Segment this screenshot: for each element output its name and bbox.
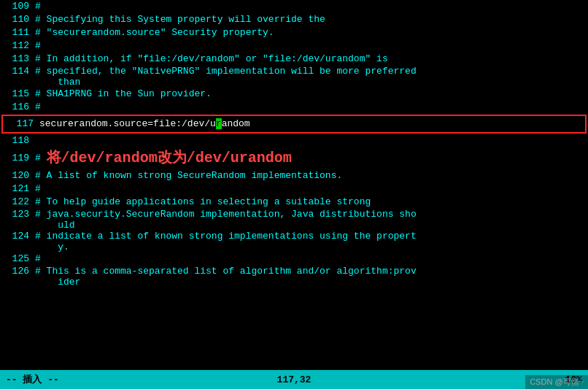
status-position: 117,32 (198, 374, 390, 385)
line-122: 122 # To help guide applications in sele… (0, 196, 588, 209)
line-content-125: # (35, 253, 585, 266)
line-116: 116 # (0, 101, 588, 114)
line-number-111: 111 (3, 26, 29, 39)
line-number-116: 116 (3, 101, 29, 114)
line-content-120: # A list of known strong SecureRandom im… (35, 169, 585, 182)
line-117: 117 securerandom.source=file:/dev/urando… (1, 115, 587, 134)
cursor: r (216, 118, 222, 129)
line-125: 125 # (0, 253, 588, 266)
line-content-121: # (35, 182, 585, 196)
line-111: 111 # "securerandom.source" Security pro… (0, 26, 588, 39)
line-number-115: 115 (3, 88, 29, 101)
line-content-116: # (35, 101, 585, 114)
line-119: 119 # 将/dev/random改为/dev/urandom (0, 147, 588, 169)
watermark: CSDN @可惜~ (525, 375, 588, 389)
line-110: 110 # Specifying this System property wi… (0, 13, 588, 26)
line-126: 126 # This is a comma-separated list of … (0, 266, 588, 288)
line-content-122: # To help guide applications in selectin… (35, 196, 585, 209)
line-number-126: 126 (3, 266, 29, 277)
line-number-119: 119 (3, 152, 29, 165)
line-115: 115 # SHA1PRNG in the Sun provider. (0, 88, 588, 101)
line-109: 109 # (0, 0, 588, 13)
line-content-110: # Specifying this System property will o… (35, 13, 585, 26)
statusbar: -- 插入 -- 117,32 10% (0, 370, 588, 389)
line-112: 112 # (0, 39, 588, 53)
line-120: 120 # A list of known strong SecureRando… (0, 169, 588, 182)
line-content-119: # 将/dev/random改为/dev/urandom (35, 152, 585, 165)
line-number-117: 117 (7, 117, 34, 131)
line-content-111: # "securerandom.source" Security propert… (35, 26, 585, 39)
line-content-117: securerandom.source=file:/dev/urandom (39, 117, 581, 131)
line-119-hash: # (35, 152, 47, 165)
line-number-110: 110 (3, 13, 29, 26)
line-content-112: # (35, 39, 585, 53)
line-number-109: 109 (3, 0, 29, 13)
line-number-118: 118 (3, 134, 29, 147)
line-number-121: 121 (3, 182, 29, 196)
line-number-124: 124 (3, 231, 29, 242)
line-content-124: # indicate a list of known strong implem… (35, 231, 585, 253)
line-content-115: # SHA1PRNG in the Sun provider. (35, 88, 585, 101)
line-content-123: # java.security.SecureRandom implementat… (35, 209, 585, 231)
line-number-123: 123 (3, 209, 29, 220)
line-113: 113 # In addition, if "file:/dev/random"… (0, 53, 588, 66)
line-123: 123 # java.security.SecureRandom impleme… (0, 209, 588, 231)
status-mode: -- 插入 -- (6, 373, 198, 386)
line-content-109: # (35, 0, 585, 13)
code-editor: 109 # 110 # Specifying this System prope… (0, 0, 588, 370)
line-number-112: 112 (3, 39, 29, 53)
line-number-113: 113 (3, 53, 29, 66)
line-content-113: # In addition, if "file:/dev/random" or … (35, 53, 585, 66)
line-number-120: 120 (3, 169, 29, 182)
line-118: 118 (0, 134, 588, 147)
line-121: 121 # (0, 182, 588, 196)
line-number-125: 125 (3, 253, 29, 266)
line-number-114: 114 (3, 66, 29, 77)
line-content-126: # This is a comma-separated list of algo… (35, 266, 585, 288)
line-content-114: # specified, the "NativePRNG" implementa… (35, 66, 585, 88)
line-number-122: 122 (3, 196, 29, 209)
annotation-text: 将/dev/random改为/dev/urandom (47, 152, 292, 165)
line-124: 124 # indicate a list of known strong im… (0, 231, 588, 253)
line-114: 114 # specified, the "NativePRNG" implem… (0, 66, 588, 88)
